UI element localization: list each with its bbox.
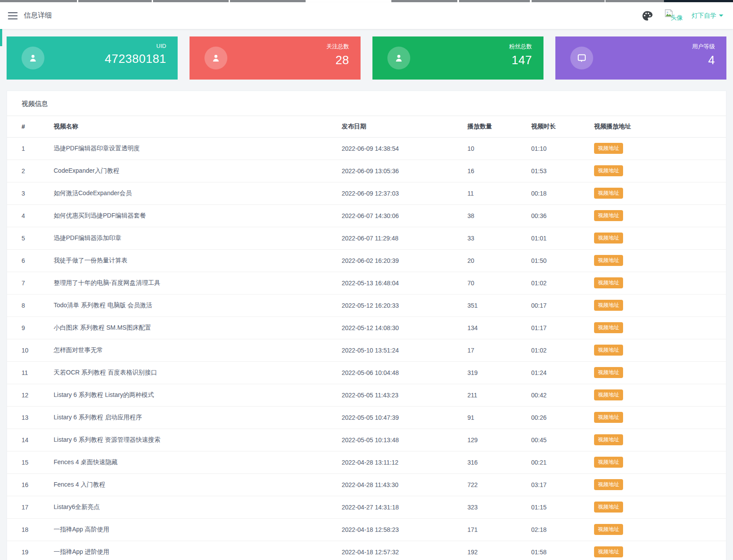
play-count: 10 [464,138,528,160]
row-index: 5 [7,227,50,250]
table-row: 17Listary6全新亮点2022-04-27 14:31:1832301:1… [7,496,726,519]
username: 灯下自学 [692,12,716,20]
panel-title: 视频信息 [7,91,726,116]
video-url-button[interactable]: 视频地址 [594,389,623,400]
table-row: 3如何激活CodeExpander会员2022-06-09 12:37:0311… [7,182,726,205]
play-count: 70 [464,272,528,295]
video-duration: 03:17 [528,474,591,496]
video-duration: 01:24 [528,362,591,384]
video-url-button[interactable]: 视频地址 [594,546,623,557]
row-index: 15 [7,451,50,474]
table-row: 12Listary 6 系列教程 Listary的两种模式2022-05-05 … [7,384,726,407]
table-row: 4如何优惠买到迅捷PDF编辑器套餐2022-06-07 14:30:063800… [7,205,726,227]
video-duration: 00:36 [528,205,591,227]
video-url-button[interactable]: 视频地址 [594,233,623,244]
video-url-button[interactable]: 视频地址 [594,210,623,221]
video-url-button[interactable]: 视频地址 [594,188,623,199]
column-header: 发布日期 [338,116,464,138]
play-count: 17 [464,339,528,362]
publish-date: 2022-05-05 10:47:39 [338,407,464,429]
play-count: 38 [464,205,528,227]
video-url-button[interactable]: 视频地址 [594,502,623,513]
stat-value: 472380181 [105,52,166,66]
play-count: 33 [464,227,528,250]
video-url-button[interactable]: 视频地址 [594,143,623,154]
video-url-button[interactable]: 视频地址 [594,165,623,176]
stat-card-uid: UID472380181 [7,36,178,80]
avatar-alt-text: 头像 [671,14,683,22]
table-row: 9小白图床 系列教程 SM.MS图床配置2022-05-12 14:08:301… [7,317,726,339]
play-count: 323 [464,496,528,519]
stats-row: UID472380181关注总数28粉丝总数147用户等级4 [0,29,733,80]
video-duration: 01:50 [528,250,591,272]
video-name: 如何优惠买到迅捷PDF编辑器套餐 [50,205,338,227]
video-name: Listary 6 系列教程 资源管理器快速搜索 [50,429,338,451]
user-icon [211,53,221,63]
user-icon [28,53,38,63]
row-index: 18 [7,519,50,541]
row-index: 4 [7,205,50,227]
play-count: 129 [464,429,528,451]
play-count: 351 [464,295,528,317]
video-url-button[interactable]: 视频地址 [594,524,623,535]
row-index: 6 [7,250,50,272]
video-duration: 01:53 [528,160,591,182]
video-duration: 01:10 [528,138,591,160]
stat-label: 关注总数 [326,43,349,51]
publish-date: 2022-06-09 13:05:36 [338,160,464,182]
stat-icon-circle [387,47,410,69]
video-url-button[interactable]: 视频地址 [594,255,623,266]
publish-date: 2022-05-10 13:51:24 [338,339,464,362]
publish-date: 2022-04-18 12:58:23 [338,519,464,541]
avatar[interactable]: 头像 [664,9,686,18]
publish-date: 2022-05-12 14:08:30 [338,317,464,339]
publish-date: 2022-05-05 10:13:48 [338,429,464,451]
video-url-button[interactable]: 视频地址 [594,322,623,333]
theme-palette-icon[interactable] [642,10,653,22]
row-index: 1 [7,138,50,160]
video-name: 天若OCR 系列教程 百度表格识别接口 [50,362,338,384]
video-url-button[interactable]: 视频地址 [594,345,623,356]
video-duration: 00:26 [528,407,591,429]
stat-icon-circle [570,47,593,69]
video-duration: 01:01 [528,227,591,250]
stat-card-用户等级: 用户等级4 [555,36,726,80]
publish-date: 2022-06-09 12:37:03 [338,182,464,205]
column-header: # [7,116,50,138]
publish-date: 2022-05-06 10:04:48 [338,362,464,384]
table-row: 7整理用了十年的电脑-百度网盘清理工具2022-05-13 16:48:0470… [7,272,726,295]
column-header: 视频时长 [528,116,591,138]
video-info-panel: 视频信息 #视频名称发布日期播放数量视频时长视频播放地址 1迅捷PDF编辑器印章… [7,91,726,560]
video-name: Fences 4 桌面快速隐藏 [50,451,338,474]
table-row: 2CodeExpander入门教程2022-06-09 13:05:361601… [7,160,726,182]
video-url-button[interactable]: 视频地址 [594,457,623,468]
stat-label: 用户等级 [692,43,715,51]
row-index: 8 [7,295,50,317]
video-url-button[interactable]: 视频地址 [594,277,623,288]
table-row: 16Fences 4 入门教程2022-04-28 11:43:3072203:… [7,474,726,496]
video-url-button[interactable]: 视频地址 [594,479,623,490]
stat-icon-circle [22,47,44,69]
publish-date: 2022-04-27 14:31:18 [338,496,464,519]
stat-icon-circle [204,47,227,69]
user-menu[interactable]: 灯下自学 [692,12,723,20]
video-url-button[interactable]: 视频地址 [594,367,623,378]
video-duration: 00:42 [528,384,591,407]
publish-date: 2022-05-05 11:43:23 [338,384,464,407]
publish-date: 2022-06-02 16:20:39 [338,250,464,272]
table-row: 14Listary 6 系列教程 资源管理器快速搜索2022-05-05 10:… [7,429,726,451]
video-name: 一指禅App 高阶使用 [50,519,338,541]
publish-date: 2022-04-18 12:57:32 [338,541,464,560]
play-count: 171 [464,519,528,541]
menu-toggle-icon[interactable] [8,12,18,19]
video-url-button[interactable]: 视频地址 [594,434,623,445]
row-index: 2 [7,160,50,182]
play-count: 20 [464,250,528,272]
video-url-button[interactable]: 视频地址 [594,412,623,423]
table-row: 6我徒手做了一份热量计算表2022-06-02 16:20:392001:50视… [7,250,726,272]
table-row: 10怎样面对世事无常2022-05-10 13:51:241701:02视频地址 [7,339,726,362]
video-duration: 01:58 [528,541,591,560]
video-url-button[interactable]: 视频地址 [594,300,623,311]
row-index: 3 [7,182,50,205]
play-count: 134 [464,317,528,339]
